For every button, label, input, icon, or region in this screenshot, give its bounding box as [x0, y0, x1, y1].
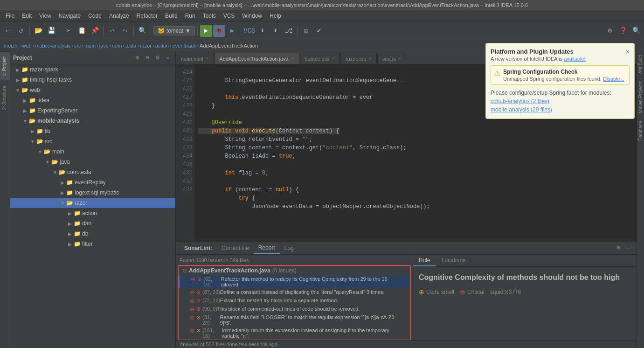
bc-tesla[interactable]: tesla — [125, 43, 136, 49]
menu-navigate[interactable]: Navigate — [55, 12, 84, 20]
tree-main[interactable]: ▼ 📂 main — [10, 146, 175, 157]
side-tab-structure[interactable]: 2: Structure — [0, 81, 10, 115]
menu-vcs[interactable]: VCS — [220, 12, 239, 20]
menu-view[interactable]: View — [35, 12, 55, 20]
tab-close[interactable]: × — [332, 56, 335, 61]
toolbar-find[interactable]: 🔍 — [136, 25, 148, 37]
notif-module2-link[interactable]: mobile-analysis (29 files) — [491, 106, 552, 113]
toolbar-branch[interactable]: ⎇ — [283, 25, 295, 37]
bc-meizhi[interactable]: meizhi — [4, 43, 19, 49]
right-ant-build[interactable]: Ant Build — [637, 51, 644, 77]
toolbar-vcs3[interactable]: ⬆ — [270, 25, 282, 37]
rtab-rule[interactable]: Rule — [413, 255, 436, 266]
menu-edit[interactable]: Edit — [18, 12, 35, 20]
tab-close[interactable]: × — [206, 56, 209, 61]
btab-current-file[interactable]: Current file — [217, 243, 254, 253]
issue-item-4[interactable]: ⊖ ⊗ (90, 0) This block of commented-out … — [179, 305, 410, 313]
notif-close-btn[interactable]: × — [626, 48, 630, 56]
tab-close[interactable]: × — [369, 56, 372, 61]
tab-main-html[interactable]: main.html × — [176, 53, 214, 64]
issue-item-1[interactable]: ⊖ ⊗ (62, 16) Refactor this method to red… — [179, 275, 410, 288]
tree-lib[interactable]: ▶ 📁 lib — [10, 126, 175, 136]
toolbar-back[interactable]: ⟵ — [2, 25, 14, 37]
bc-main[interactable]: main — [84, 43, 96, 49]
tab-close[interactable]: × — [399, 56, 402, 61]
toolbar-undo[interactable]: ↩ — [106, 25, 118, 37]
right-database[interactable]: Database — [637, 117, 644, 145]
tree-src[interactable]: ▼ 📂 src — [10, 136, 175, 146]
menu-run[interactable]: Run — [181, 12, 199, 20]
bc-razor[interactable]: razor — [140, 43, 152, 49]
toolbar-copy[interactable]: 📋 — [76, 25, 88, 37]
tab-razor-css[interactable]: razor.css × — [340, 53, 377, 64]
btab-report[interactable]: Report — [254, 243, 280, 254]
bc-eventtrack[interactable]: eventtrack — [173, 43, 196, 49]
bc-web[interactable]: web — [22, 43, 31, 49]
menu-refactor[interactable]: Refactor — [133, 12, 161, 20]
notif-available-link[interactable]: available! — [564, 56, 585, 62]
tree-mobile-analysis[interactable]: ▼ 📂 mobile-analysis — [10, 116, 175, 126]
tree-java[interactable]: ▼ 📂 java — [10, 157, 175, 167]
tree-db[interactable]: ▶ 📁 db — [10, 229, 175, 239]
debug-button[interactable]: 🐞 — [213, 25, 225, 37]
menu-code[interactable]: Code — [84, 12, 105, 20]
menu-file[interactable]: File — [2, 12, 18, 20]
tree-dao[interactable]: ▶ 📁 dao — [10, 218, 175, 229]
right-maven[interactable]: Maven Projects — [637, 77, 644, 117]
toolbar-vcs[interactable]: VCS — [243, 25, 256, 37]
bc-java[interactable]: java — [99, 43, 109, 49]
tree-filter[interactable]: ▶ 📁 filter — [10, 239, 175, 249]
menu-window[interactable]: Window — [238, 12, 266, 20]
menu-tools[interactable]: Tools — [199, 12, 220, 20]
tree-timing-hsql[interactable]: ▶ 📁 timing-hsql-tasks — [10, 75, 175, 85]
tab-bubble-css[interactable]: bubble.css × — [300, 53, 340, 64]
toolbar-coverage[interactable]: ▶ — [226, 25, 238, 37]
tab-close[interactable]: × — [291, 56, 294, 61]
toolbar-cut[interactable]: ✂ — [62, 25, 75, 37]
tree-razor-spark[interactable]: ▶ 📁 razor-spark — [10, 64, 175, 75]
rtab-locations[interactable]: Locations — [436, 255, 471, 266]
toolbar-settings[interactable]: ⚙ — [604, 25, 616, 37]
bc-mobile-analysis[interactable]: mobile-analysis — [35, 43, 70, 49]
sidebar-btn-collapse[interactable]: ⊖ — [143, 53, 152, 63]
tree-event-replay[interactable]: ▶ 📁 eventReplay — [10, 177, 175, 188]
bottom-close-btn[interactable]: — — [624, 244, 633, 252]
toolbar-search-everywhere[interactable]: 🔍 — [630, 25, 642, 37]
tab-addapp[interactable]: AddAppEventTrackAction.java × — [215, 53, 299, 64]
run-button[interactable]: ▶ — [200, 25, 212, 37]
menu-help[interactable]: Help — [266, 12, 285, 20]
sidebar-btn-settings[interactable]: ⚙ — [153, 53, 162, 63]
issue-file-row[interactable]: ⊖ AddAppEventTrackAction.java (6 issues) — [179, 266, 410, 275]
bc-com[interactable]: com — [112, 43, 122, 49]
toolbar-refresh[interactable]: ↺ — [15, 25, 27, 37]
toolbar-save[interactable]: 💾 — [45, 25, 57, 37]
tree-idea[interactable]: ▶ 📁 .idea — [10, 95, 175, 105]
bottom-settings-btn[interactable]: ⚙ — [614, 244, 623, 252]
btab-log[interactable]: Log — [280, 243, 298, 253]
toolbar-redo[interactable]: ↪ — [119, 25, 131, 37]
tomcat-config[interactable]: 🐱 tomcat ▼ — [153, 26, 195, 35]
tree-exporting[interactable]: ▶ 📁 ExportingServer — [10, 105, 175, 116]
tree-logext[interactable]: ▶ 📁 logext.sql.mybatis — [10, 188, 175, 198]
tree-web[interactable]: ▼ 📂 web — [10, 85, 175, 95]
menu-analyze[interactable]: Analyze — [105, 12, 133, 20]
bc-action[interactable]: action — [155, 43, 169, 49]
notif-disable-link[interactable]: Disable... — [603, 76, 624, 82]
tree-razor[interactable]: ▼ 📂 razor — [10, 198, 175, 208]
tree-com-tesla[interactable]: ▼ 📂 com.tesla — [10, 167, 175, 177]
toolbar-tasks[interactable]: ☑ — [300, 25, 312, 37]
side-tab-project[interactable]: 1: Project — [0, 51, 10, 81]
toolbar-open[interactable]: 📂 — [32, 25, 44, 37]
toolbar-help[interactable]: ❓ — [617, 25, 629, 37]
tab-sea-js[interactable]: sea.js × — [377, 53, 407, 64]
notif-module1-link[interactable]: cobub-analytics (2 files) — [491, 98, 549, 104]
toolbar-paste[interactable]: 📌 — [89, 25, 101, 37]
sidebar-btn-close[interactable]: × — [163, 53, 173, 63]
issue-item-3[interactable]: ⊖ ⊗ (72, 16) Extract this nested try blo… — [179, 297, 410, 305]
menu-build[interactable]: Build — [161, 12, 181, 20]
issue-item-6[interactable]: ⊖ ⊗ (181, 16) Immediately return this ex… — [179, 327, 410, 340]
toolbar-vcs2[interactable]: ⬇ — [256, 25, 269, 37]
toolbar-commit[interactable]: ✔ — [313, 25, 325, 37]
tree-action[interactable]: ▶ 📁 action — [10, 208, 175, 218]
bc-src[interactable]: src — [74, 43, 81, 49]
